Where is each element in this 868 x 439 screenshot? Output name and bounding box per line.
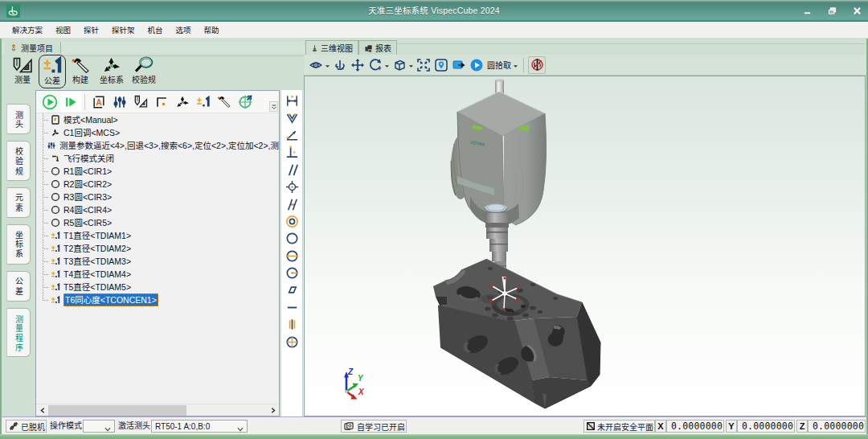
scrollbar-track[interactable]: [48, 404, 267, 416]
gdt-radial-icon-button[interactable]: [282, 265, 301, 281]
dropdown-arrow-icon[interactable]: [408, 58, 415, 72]
gdt-distance-icon-button[interactable]: [282, 92, 301, 109]
capture-button[interactable]: [450, 56, 468, 74]
pan-button[interactable]: [349, 56, 366, 74]
tree-toolbar-button-edit-icon[interactable]: [130, 92, 151, 113]
play-button[interactable]: [468, 56, 485, 74]
active-probe-label: 激活测头: [118, 420, 150, 433]
menu-item[interactable]: 视图: [49, 22, 77, 39]
tree-horizontal-scrollbar[interactable]: [36, 404, 279, 416]
side-tab-1[interactable]: 校验规: [6, 141, 31, 181]
tab-report[interactable]: 报表: [358, 40, 397, 55]
close-button[interactable]: [850, 3, 865, 18]
tree-toolbar-button-params-icon[interactable]: [109, 92, 130, 113]
tree-row[interactable]: 测量参数逼近<4>,回退<3>,搜索<6>,定位<2>,定位加<2>,测: [36, 139, 279, 152]
rotation-lock-toggle[interactable]: [528, 56, 546, 74]
ribbon-measure-button[interactable]: 测量: [8, 55, 37, 88]
toolbar-overflow-button[interactable]: [269, 101, 278, 112]
ribbon-gauge-button[interactable]: 校验规: [127, 55, 161, 88]
tree-row[interactable]: T4直径<TDIAM4>: [36, 268, 279, 281]
no-safety-icon: [586, 421, 596, 431]
tree-row[interactable]: T6同心度<TCONCEN1>: [36, 293, 279, 306]
menu-item[interactable]: 选项: [170, 22, 198, 39]
menu-item[interactable]: 机台: [141, 22, 170, 39]
minimize-button[interactable]: [800, 3, 815, 18]
side-tab-0[interactable]: 测头: [6, 104, 31, 134]
tree-row[interactable]: R3圆<CIR3>: [36, 191, 279, 203]
tree-row[interactable]: 飞行模式关闭: [36, 152, 279, 165]
view-mode-button[interactable]: [307, 56, 325, 74]
gdt-parallel-icon-button[interactable]: [282, 162, 301, 178]
tree-row[interactable]: T3直径<TDIAM3>: [36, 255, 279, 268]
gdt-flatness-icon-button[interactable]: [282, 281, 301, 298]
side-tab-5[interactable]: 测量程序: [6, 308, 31, 357]
tree-row[interactable]: R5圆<CIR5>: [36, 216, 279, 229]
diam-icon: [51, 244, 60, 253]
dropdown-arrow-icon[interactable]: [325, 58, 331, 72]
gdt-symmetry-v-icon-button[interactable]: [282, 316, 301, 333]
active-probe-select[interactable]: RT50-1 A:0,B:0: [151, 420, 248, 433]
gdt-symmetry-h-icon-button[interactable]: [282, 248, 301, 265]
tree-toolbar-button-run-icon[interactable]: [39, 92, 60, 113]
3d-viewport[interactable]: VSTAR: [304, 76, 866, 416]
measure-icon: [12, 55, 33, 75]
params-icon: [112, 94, 128, 110]
menu-item[interactable]: 帮助: [198, 22, 226, 39]
gdt-concentricity-icon-button[interactable]: [282, 213, 301, 230]
menu-item[interactable]: 探针架: [105, 22, 141, 39]
ribbon-coordinate-button[interactable]: 坐标系: [95, 55, 129, 88]
target-icon: [237, 94, 253, 110]
tab-3d-view[interactable]: 三维视图: [305, 40, 358, 55]
tree-toolbar-button-autoname-icon[interactable]: A: [88, 92, 109, 113]
gdt-angle-between-icon-button[interactable]: [282, 109, 301, 126]
tree-toolbar-button-target-icon[interactable]: [235, 92, 256, 113]
gdt-angle-icon-button[interactable]: [282, 127, 301, 144]
axis-z-label: Z: [347, 367, 354, 376]
ribbon-tolerance-button[interactable]: 公差: [39, 55, 66, 88]
tree-row[interactable]: T5直径<TDIAM5>: [36, 281, 279, 293]
gdt-angularity-icon-button[interactable]: [282, 195, 301, 212]
scroll-left-arrow-icon[interactable]: [36, 404, 48, 416]
tree-toolbar-button-move-icon[interactable]: [172, 92, 193, 113]
ribbon-toolbar: 测量 公差 构建 坐标系 校验规: [2, 53, 304, 90]
circle-icon: [51, 205, 60, 215]
gdt-perpendicular-icon-button[interactable]: [282, 144, 301, 161]
tree-row[interactable]: T2直径<TDIAM2>: [36, 242, 279, 255]
tree-row[interactable]: 模式<Manual>: [36, 113, 279, 126]
locate-button[interactable]: [432, 56, 450, 74]
tree-row[interactable]: R2圆<CIR2>: [36, 178, 279, 191]
rotate-button[interactable]: [366, 56, 384, 74]
ribbon-construct-button[interactable]: 构建: [68, 55, 93, 88]
tree-row[interactable]: T1直径<TDIAM1>: [36, 229, 279, 242]
zoom-fit-button[interactable]: [415, 56, 432, 74]
restore-button[interactable]: [825, 3, 840, 18]
scroll-right-arrow-icon[interactable]: [267, 404, 279, 416]
side-tab-2[interactable]: 元素: [6, 187, 31, 218]
circle-pick-label[interactable]: 圆拾取: [487, 59, 511, 71]
tree-branch-stub: [43, 133, 48, 133]
tab-measurement-project[interactable]: 测量项目: [5, 42, 61, 53]
side-tab-3[interactable]: 坐标系: [6, 224, 31, 265]
gdt-position-icon-button[interactable]: [282, 178, 301, 195]
tree-row[interactable]: R4圆<CIR4>: [36, 203, 279, 216]
cube-view-button[interactable]: [391, 56, 408, 74]
tree-toolbar-button-step-icon[interactable]: [60, 92, 81, 113]
tree-toolbar-button-tol-small-icon[interactable]: [193, 92, 214, 113]
tree-toolbar-button-corner-icon[interactable]: [151, 92, 172, 113]
side-tab-4[interactable]: 公差: [6, 271, 31, 302]
dropdown-arrow-icon[interactable]: [384, 58, 391, 72]
tree-row[interactable]: R1圆<CIR1>: [36, 165, 279, 178]
gdt-roundness-icon-button[interactable]: [282, 230, 301, 247]
orbit-button[interactable]: [331, 56, 349, 74]
scrollbar-thumb[interactable]: [48, 405, 186, 416]
menu-item[interactable]: 解决方案: [6, 22, 49, 39]
coord-axis-label: Y: [726, 420, 737, 433]
operation-mode-select[interactable]: [83, 420, 115, 433]
gdt-straightness-icon-button[interactable]: [282, 299, 301, 316]
gdt-position2-icon-button[interactable]: [282, 333, 301, 350]
tree-row[interactable]: C1回调<MCS>: [36, 126, 279, 139]
dropdown-arrow-icon: [513, 62, 518, 68]
pick-dropdown-arrow-icon[interactable]: [513, 58, 519, 72]
tree-toolbar-button-hammer-icon[interactable]: [214, 92, 235, 113]
menu-item[interactable]: 探针: [77, 22, 105, 39]
